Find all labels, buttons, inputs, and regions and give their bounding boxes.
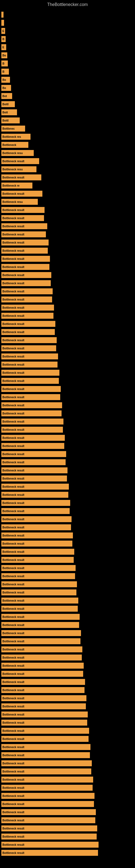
bar-row: Bottl bbox=[1, 100, 132, 108]
bar-row: Bottleneck result bbox=[1, 800, 132, 808]
bar: Bottleneck result bbox=[1, 760, 92, 766]
bar-label: Bottleneck result bbox=[2, 762, 24, 765]
bar-label: Bottl bbox=[2, 119, 9, 122]
bar: Bottleneck result bbox=[1, 329, 55, 335]
bar-row: Bottleneck result bbox=[1, 271, 132, 279]
bar: Bottleneck result bbox=[1, 467, 68, 473]
bar-row: Bottleneck result bbox=[1, 214, 132, 222]
bar-label: Bottleneck result bbox=[2, 746, 24, 749]
bar: Bottleneck result bbox=[1, 264, 49, 270]
bar: Bot bbox=[1, 93, 12, 99]
bar-label: Bottleneck result bbox=[2, 819, 24, 822]
bar-label: Bottl bbox=[2, 103, 9, 106]
bar: Bottleneck result bbox=[1, 736, 89, 742]
bar-label: Bottleneck result bbox=[2, 347, 24, 350]
bar: Bottleneck result bbox=[1, 500, 70, 506]
bar-row: Bottleneck result bbox=[1, 735, 132, 743]
bar-label: Bottleneck result bbox=[2, 477, 24, 480]
bar-row: Bottleneck resu bbox=[1, 149, 132, 157]
bar: Bottleneck result bbox=[1, 378, 59, 384]
bar-row: Bottleneck result bbox=[1, 434, 132, 442]
bar-row: Bottleneck result bbox=[1, 646, 132, 653]
bar: Bottleneck result bbox=[1, 394, 60, 400]
bar-row bbox=[1, 19, 132, 27]
bar-row: Bottleneck result bbox=[1, 304, 132, 311]
bar-row: Bottleneck result bbox=[1, 784, 132, 792]
bar-row: Bottleneck result bbox=[1, 328, 132, 336]
bar-label: Bottleneck result bbox=[2, 339, 24, 342]
bar-label: Bottleneck result bbox=[2, 607, 24, 610]
bar-label: Bottleneck result bbox=[2, 599, 24, 602]
bar: Bottleneck result bbox=[1, 671, 83, 677]
bar-row: B bbox=[1, 60, 132, 67]
bar: Bottleneck result bbox=[1, 305, 54, 311]
bar-label: Bottleneck result bbox=[2, 420, 24, 423]
bar: Bottleneck result bbox=[1, 744, 90, 750]
bar: Bottleneck re bbox=[1, 183, 32, 188]
bar: Bottleneck result bbox=[1, 272, 51, 278]
bar-row: Bottleneck result bbox=[1, 662, 132, 670]
bar-label: Bottleneck result bbox=[2, 322, 24, 326]
bar: Bottleneck result bbox=[1, 484, 69, 490]
bar-label: Bottleneck result bbox=[2, 786, 24, 789]
bar-row: Bottleneck result bbox=[1, 678, 132, 686]
bar-row: Bottleneck result bbox=[1, 808, 132, 816]
bar-row: Bottleneck result bbox=[1, 377, 132, 384]
bar: Bottleneck result bbox=[1, 581, 77, 587]
bar-row: Bottleneck result bbox=[1, 344, 132, 352]
bar-row: Bottleneck result bbox=[1, 230, 132, 238]
bar-label: Bottleneck result bbox=[2, 436, 24, 439]
bar-row: Bottleneck resu bbox=[1, 198, 132, 206]
bar-label: Bottleneck result bbox=[2, 656, 24, 659]
bar-label: Bottleneck result bbox=[2, 314, 24, 317]
bar: Bottleneck result bbox=[1, 386, 61, 392]
bar-row: Bo bbox=[1, 84, 132, 92]
bar: Bottleneck result bbox=[1, 362, 57, 368]
bar: Bo bbox=[1, 52, 7, 58]
bar-row: Bottleneck result bbox=[1, 768, 132, 775]
bar-label: Bottleneck result bbox=[2, 705, 24, 708]
bar-row: Bottleneck result bbox=[1, 548, 132, 556]
bar: Bottleneck result bbox=[1, 475, 67, 482]
bar: Bottleneck result bbox=[1, 427, 63, 433]
bar-row: Bottleneck result bbox=[1, 263, 132, 271]
bar-row: Bottleneck result bbox=[1, 532, 132, 539]
bar: Bottleneck result bbox=[1, 353, 58, 360]
bar-row: Bottleneck result bbox=[1, 849, 132, 857]
bar-row: Bottleneck result bbox=[1, 312, 132, 319]
bar bbox=[1, 20, 4, 26]
bar: Bottleneck result bbox=[1, 288, 53, 294]
bar-label: Bottleneck result bbox=[2, 624, 24, 627]
bar-row: B bbox=[1, 68, 132, 75]
bar-label: Bottleneck result bbox=[2, 518, 24, 521]
bar: Bottlenec bbox=[1, 126, 25, 131]
bar-row: E bbox=[1, 43, 132, 51]
bar-label: Bot bbox=[2, 95, 7, 98]
bar-row: Bottleneck result bbox=[1, 613, 132, 621]
bar: Bottleneck result bbox=[1, 231, 46, 237]
bar-label: Bottleneck result bbox=[2, 811, 24, 814]
bar: Bottleneck result bbox=[1, 557, 74, 563]
bar-label: Bottleneck result bbox=[2, 371, 24, 374]
bar: Bottleneck result bbox=[1, 589, 77, 595]
bar-row: Bottleneck result bbox=[1, 467, 132, 474]
bar-row: Bottleneck result bbox=[1, 361, 132, 368]
bar-label: Bottleneck result bbox=[2, 713, 24, 716]
bar-row: Bottleneck result bbox=[1, 589, 132, 596]
bar: Bottleneck result bbox=[1, 402, 62, 408]
bar-row: Bottleneck res bbox=[1, 133, 132, 141]
bar-row: Bottleneck result bbox=[1, 719, 132, 726]
bar-label: Bottleneck result bbox=[2, 583, 24, 586]
bar-label: Bottleneck re bbox=[2, 184, 19, 187]
bar-label: Bottleneck result bbox=[2, 388, 24, 391]
bar-label: Bottleneck result bbox=[2, 209, 24, 212]
bar-row: Bot bbox=[1, 92, 132, 100]
bar-label: Bottleneck result bbox=[2, 306, 24, 309]
bar-row: Bottleneck result bbox=[1, 816, 132, 824]
bar: Bottleneck result bbox=[1, 842, 98, 848]
bar-label: Bottleneck result bbox=[2, 526, 24, 529]
bar-label: Bottleneck result bbox=[2, 355, 24, 358]
bar-label: B bbox=[2, 70, 4, 73]
bar-row: Bottl bbox=[1, 117, 132, 124]
bar-label: Bottleneck result bbox=[2, 298, 24, 301]
